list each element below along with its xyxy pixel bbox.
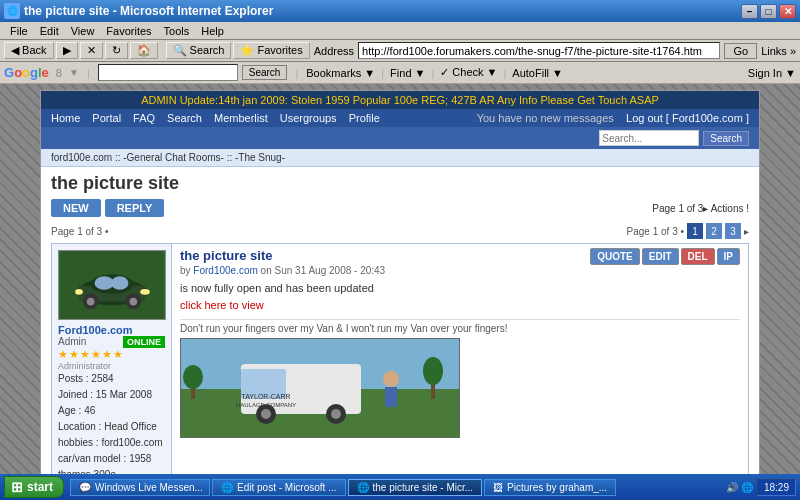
post-link[interactable]: click here to view — [180, 299, 264, 311]
post-action-buttons: QUOTE EDIT DEL IP — [590, 248, 740, 265]
page-2[interactable]: 2 — [706, 223, 722, 239]
nav-memberlist[interactable]: Memberlist — [214, 112, 268, 124]
nav-search[interactable]: Search — [167, 112, 202, 124]
extra-btns: 🔍 Search ⭐ Favorites — [166, 42, 310, 59]
online-badge: ONLINE — [123, 336, 165, 348]
nav-links: Home Portal FAQ Search Memberlist Usergr… — [51, 112, 380, 124]
stop-button[interactable]: ✕ — [80, 42, 103, 59]
taskbar-item-4[interactable]: 🖼 Pictures by graham_... — [484, 479, 616, 496]
svg-point-20 — [261, 409, 271, 419]
menu-favorites[interactable]: Favorites — [100, 25, 157, 37]
google-search-input[interactable] — [98, 64, 238, 81]
pagination-indicator: Page 1 of 3 • — [51, 226, 108, 237]
user-stars: ★★★★★★ — [58, 347, 165, 361]
nav-bar: Home Portal FAQ Search Memberlist Usergr… — [41, 109, 759, 127]
post-user-panel: Ford100e.com ONLINE Admin ★★★★★★ Adminis… — [52, 244, 172, 478]
back-button[interactable]: ◀ Back — [4, 42, 54, 59]
svg-point-10 — [140, 289, 150, 295]
post-box: Ford100e.com ONLINE Admin ★★★★★★ Adminis… — [51, 243, 749, 478]
google-search-button[interactable]: Search — [242, 65, 288, 80]
edit-button[interactable]: EDIT — [642, 248, 679, 265]
location-label: Location : — [58, 421, 101, 432]
svg-point-23 — [383, 371, 399, 387]
post-signature: Don't run your fingers over my Van & I w… — [180, 319, 740, 334]
age-label: Age : — [58, 405, 81, 416]
hobbies-label: hobbies : — [58, 437, 99, 448]
page-next[interactable]: ▸ — [744, 226, 749, 237]
menu-file[interactable]: File — [4, 25, 34, 37]
google-toolbar: Google 8 ▼ | Search | Bookmarks ▼ | Find… — [0, 62, 800, 84]
post-line1: is now fully open and has been updated — [180, 280, 740, 297]
nav-profile[interactable]: Profile — [349, 112, 380, 124]
signin-link[interactable]: Sign In ▼ — [748, 67, 796, 79]
svg-rect-24 — [385, 387, 397, 407]
new-topic-button[interactable]: NEW — [51, 199, 101, 217]
post-author-link[interactable]: Ford100e.com — [193, 265, 257, 276]
find-btn[interactable]: Find ▼ — [390, 67, 425, 79]
forward-button[interactable]: ▶ — [56, 42, 78, 59]
bookmarks-btn[interactable]: Bookmarks ▼ — [306, 67, 375, 79]
refresh-button[interactable]: ↻ — [105, 42, 128, 59]
svg-point-9 — [129, 298, 137, 306]
search-button-toolbar[interactable]: 🔍 Search — [166, 42, 232, 59]
taskbar-right: 🔊 🌐 18:29 — [726, 479, 796, 496]
post-toolbar: NEW REPLY Page 1 of 3▸ Actions ! — [41, 197, 759, 219]
nav-faq[interactable]: FAQ — [133, 112, 155, 124]
start-button[interactable]: ⊞ start — [4, 476, 64, 498]
system-tray: 🔊 🌐 — [726, 482, 753, 493]
taskbar-item-3[interactable]: 🌐 the picture site - Micr... — [348, 479, 483, 496]
address-input[interactable] — [358, 42, 720, 59]
logout-link[interactable]: Log out [ Ford100e.com ] — [626, 112, 749, 124]
google-logo: Google — [4, 65, 49, 80]
maximize-button[interactable]: □ — [760, 4, 777, 19]
menu-view[interactable]: View — [65, 25, 101, 37]
forum-search-button[interactable]: Search — [703, 131, 749, 146]
reply-button[interactable]: REPLY — [105, 199, 165, 217]
search-row: Search — [41, 127, 759, 149]
taskbar-item-1[interactable]: 💬 Windows Live Messen... — [70, 479, 210, 496]
home-button[interactable]: 🏠 — [130, 42, 158, 59]
car-label: car/van model : — [58, 453, 126, 464]
post-meta: by Ford100e.com on Sun 31 Aug 2008 - 20:… — [180, 265, 740, 276]
nav-buttons: ◀ Back ▶ ✕ ↻ 🏠 — [4, 42, 158, 59]
title-bar: 🌐 the picture site - Microsoft Internet … — [0, 0, 800, 22]
menu-edit[interactable]: Edit — [34, 25, 65, 37]
admin-bar: ADMIN Update:14th jan 2009: Stolen 1959 … — [41, 91, 759, 109]
favorites-button[interactable]: ⭐ Favorites — [233, 42, 309, 59]
svg-point-28 — [423, 357, 443, 385]
svg-point-22 — [331, 409, 341, 419]
address-label: Address — [314, 45, 354, 57]
page-3[interactable]: 3 — [725, 223, 741, 239]
browser-content: ADMIN Update:14th jan 2009: Stolen 1959 … — [0, 84, 800, 478]
menu-help[interactable]: Help — [195, 25, 230, 37]
page-1[interactable]: 1 — [687, 223, 703, 239]
app-icon: 🌐 — [4, 3, 20, 19]
menu-tools[interactable]: Tools — [158, 25, 196, 37]
svg-point-26 — [183, 365, 203, 389]
svg-point-11 — [75, 289, 83, 295]
autofill-btn[interactable]: AutoFill ▼ — [512, 67, 563, 79]
pagination: Page 1 of 3 • 1 2 3 ▸ — [627, 223, 749, 239]
close-button[interactable]: ✕ — [779, 4, 796, 19]
username-link[interactable]: Ford100e.com — [58, 324, 133, 336]
location-value: Head Office — [104, 421, 157, 432]
joined-label: Joined : — [58, 389, 93, 400]
ip-button[interactable]: IP — [717, 248, 740, 265]
breadcrumb: ford100e.com :: -General Chat Rooms- :: … — [41, 149, 759, 167]
quote-button[interactable]: QUOTE — [590, 248, 640, 265]
nav-home[interactable]: Home — [51, 112, 80, 124]
minimize-button[interactable]: – — [741, 4, 758, 19]
posts-label: Posts : — [58, 373, 89, 384]
taskbar-item-2[interactable]: 🌐 Edit post - Microsoft ... — [212, 479, 345, 496]
clock: 18:29 — [757, 479, 796, 496]
delete-button[interactable]: DEL — [681, 248, 715, 265]
nav-portal[interactable]: Portal — [92, 112, 121, 124]
go-button[interactable]: Go — [724, 43, 757, 59]
check-btn[interactable]: ✓ Check ▼ — [440, 66, 497, 79]
nav-usergroups[interactable]: Usergroups — [280, 112, 337, 124]
post-content-panel: QUOTE EDIT DEL IP the picture site by Fo… — [172, 244, 748, 478]
page-title: the picture site — [41, 167, 759, 197]
post-body: is now fully open and has been updated c… — [180, 280, 740, 313]
forum-search-input[interactable] — [599, 130, 699, 146]
svg-text:TAYLOR-CARR: TAYLOR-CARR — [241, 393, 290, 400]
